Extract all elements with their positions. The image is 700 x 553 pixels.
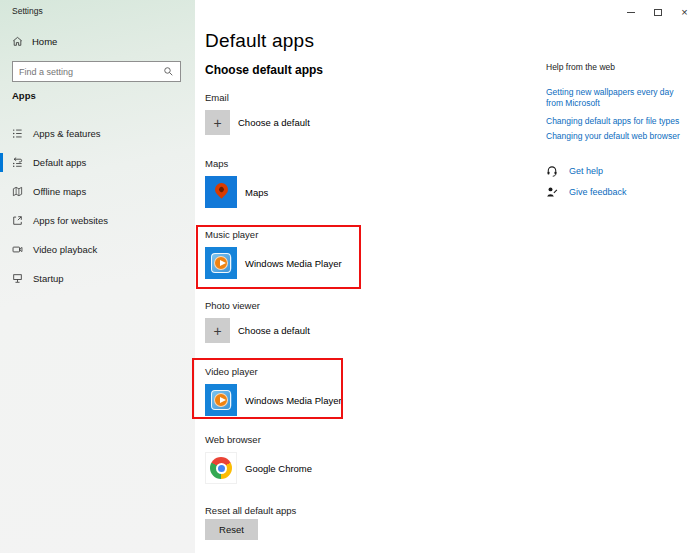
section-label: Video player (205, 365, 700, 378)
video-player-default-app-button[interactable]: Windows Media Player (205, 384, 700, 416)
minimize-icon (627, 12, 635, 13)
app-name: Windows Media Player (245, 395, 342, 406)
page-title: Default apps (205, 30, 700, 52)
get-help-headset-icon (546, 165, 558, 177)
maximize-icon (654, 9, 662, 16)
plus-icon: + (205, 110, 230, 135)
close-icon: × (681, 7, 687, 18)
sidebar-item-label: Offline maps (33, 186, 86, 197)
sidebar-item-default-apps[interactable]: Default apps (0, 148, 195, 177)
home-icon (12, 36, 23, 47)
search-input[interactable] (19, 67, 163, 77)
sidebar-section-heading: Apps (12, 90, 36, 101)
web-browser-default-app-button[interactable]: Google Chrome (205, 452, 700, 484)
play-icon (220, 260, 226, 266)
help-column: Help from the web Getting new wallpapers… (546, 62, 700, 198)
sidebar-item-label: Startup (33, 273, 64, 284)
app-name: Windows Media Player (245, 258, 342, 269)
apps-features-icon (12, 128, 23, 139)
section-reset: Reset all default apps Reset (205, 504, 700, 540)
music-player-default-app-button[interactable]: Windows Media Player (205, 247, 700, 279)
give-feedback-person-icon (546, 186, 558, 198)
help-heading: Help from the web (546, 62, 700, 73)
windows-media-player-icon (205, 384, 237, 416)
close-button[interactable]: × (671, 2, 698, 22)
sidebar-item-label: Video playback (33, 244, 97, 255)
sidebar-item-offline-maps[interactable]: Offline maps (0, 177, 195, 206)
section-web-browser: Web browser Google Chrome (205, 433, 700, 484)
offline-maps-icon (12, 186, 23, 197)
choose-default-photo-button[interactable]: + Choose a default (205, 318, 700, 343)
search-icon[interactable] (163, 66, 174, 77)
chrome-icon (205, 452, 237, 484)
sidebar-item-apps-for-websites[interactable]: Apps for websites (0, 206, 195, 235)
section-video-player: Video player Windows Media Player (205, 365, 700, 416)
play-icon (220, 397, 226, 403)
app-name: Choose a default (238, 325, 310, 336)
app-name: Maps (245, 187, 268, 198)
sidebar-item-apps-features[interactable]: Apps & features (0, 119, 195, 148)
sidebar-nav: Apps & features Default apps (0, 119, 195, 293)
sidebar-item-label: Apps for websites (33, 215, 108, 226)
maximize-button[interactable] (644, 2, 671, 22)
get-help-link[interactable]: Get help (569, 166, 603, 176)
startup-icon (12, 273, 23, 284)
sidebar-item-home[interactable]: Home (12, 36, 57, 47)
app-name: Google Chrome (245, 463, 312, 474)
window-title: Settings (12, 6, 43, 16)
reset-label: Reset all default apps (205, 504, 700, 517)
apps-for-websites-icon (12, 215, 23, 226)
section-photo-viewer: Photo viewer + Choose a default (205, 299, 700, 343)
sidebar-item-label: Default apps (33, 157, 86, 168)
search-box[interactable] (12, 61, 181, 82)
app-name: Choose a default (238, 117, 310, 128)
reset-button[interactable]: Reset (205, 519, 258, 540)
maps-app-icon (205, 176, 237, 208)
plus-icon: + (205, 318, 230, 343)
sidebar-item-label: Apps & features (33, 128, 101, 139)
get-help-row[interactable]: Get help (546, 165, 700, 177)
help-link-web-browser[interactable]: Changing your default web browser (546, 131, 700, 142)
video-playback-icon (12, 244, 23, 255)
settings-window: Settings Home Apps Apps (0, 0, 700, 553)
sidebar: Settings Home Apps Apps (0, 0, 195, 553)
give-feedback-row[interactable]: Give feedback (546, 186, 700, 198)
sidebar-home-label: Home (32, 36, 57, 47)
minimize-button[interactable] (617, 2, 644, 22)
sidebar-item-video-playback[interactable]: Video playback (0, 235, 195, 264)
default-apps-icon (12, 157, 23, 168)
give-feedback-link[interactable]: Give feedback (569, 187, 627, 197)
help-link-wallpapers[interactable]: Getting new wallpapers every day from Mi… (546, 87, 674, 109)
selection-accent-bar (0, 153, 3, 172)
section-music-player: Music player Windows Media Player (205, 228, 700, 279)
help-link-file-types[interactable]: Changing default apps for file types (546, 116, 700, 127)
section-label: Music player (205, 228, 700, 241)
sidebar-item-startup[interactable]: Startup (0, 264, 195, 293)
map-pin-icon (212, 180, 230, 198)
section-label: Web browser (205, 433, 700, 446)
windows-media-player-icon (205, 247, 237, 279)
window-controls: × (617, 2, 698, 22)
section-label: Photo viewer (205, 299, 700, 312)
